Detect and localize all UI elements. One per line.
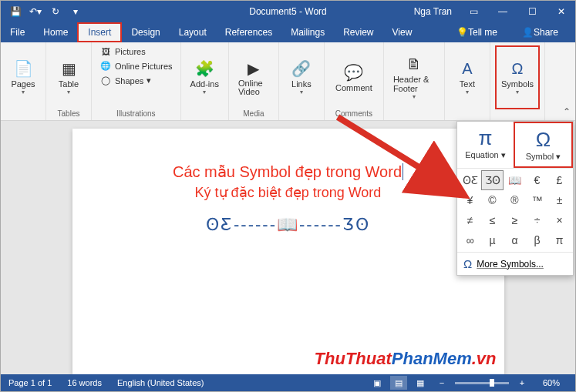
doc-decoration: ʘƸ------📖------Ʒʘ — [113, 215, 464, 235]
symbol-cell[interactable]: £ — [548, 170, 571, 190]
tab-file[interactable]: File — [1, 22, 34, 42]
account-user[interactable]: Nga Tran — [408, 6, 458, 17]
read-mode-icon[interactable]: ▣ — [369, 376, 386, 390]
text-button[interactable]: A Text ▾ — [450, 45, 485, 109]
share-button[interactable]: 👤 Share — [513, 27, 568, 38]
document-page[interactable]: Các mẫu Symbol đẹp trong Word Ký tự đặc … — [72, 129, 504, 375]
close-icon[interactable]: ✕ — [547, 1, 575, 22]
zoom-out-icon[interactable]: − — [433, 376, 450, 390]
addins-button[interactable]: 🧩 Add-ins ▾ — [186, 45, 224, 109]
symbol-cell[interactable]: ™ — [526, 190, 548, 210]
pages-icon: 📄 — [14, 59, 33, 78]
addins-label: Add-ins — [190, 79, 219, 89]
collapse-ribbon-icon[interactable]: ⌃ — [563, 106, 571, 117]
tab-references[interactable]: References — [216, 22, 281, 42]
title-bar: 💾 ↶▾ ↻ ▾ Document5 - Word Nga Tran ▭ — ☐… — [1, 1, 575, 22]
zoom-level[interactable]: 60% — [535, 378, 568, 387]
tab-tellme[interactable]: 💡 Tell me — [447, 27, 507, 38]
omega-icon: Ω — [517, 128, 570, 152]
save-icon[interactable]: 💾 — [7, 3, 24, 20]
symbol-cell[interactable]: ± — [548, 190, 571, 210]
status-bar: Page 1 of 1 16 words English (United Sta… — [1, 374, 575, 391]
table-button[interactable]: ▦ Table ▾ — [51, 45, 86, 109]
symbol-cell[interactable]: β — [526, 230, 548, 250]
symbol-cell[interactable]: € — [526, 170, 548, 190]
symbol-cell[interactable]: Ʒʘ — [481, 170, 504, 190]
symbol-cell[interactable]: © — [481, 190, 504, 210]
symbol-cell[interactable]: ∞ — [459, 230, 481, 250]
ribbon-tabs: File Home Insert Design Layout Reference… — [1, 22, 575, 42]
shapes-label: Shapes — [115, 76, 143, 85]
branding-watermark: ThuThuatPhanMem.vn — [315, 349, 497, 369]
tab-layout[interactable]: Layout — [170, 22, 216, 42]
tab-design[interactable]: Design — [122, 22, 169, 42]
zoom-in-icon[interactable]: + — [514, 376, 531, 390]
text-icon: A — [462, 60, 472, 78]
online-pictures-label: Online Pictures — [115, 62, 173, 71]
omega-icon: Ω — [463, 257, 472, 270]
links-label: Links — [291, 79, 312, 89]
online-picture-icon: 🌐 — [99, 61, 112, 71]
pictures-label: Pictures — [115, 47, 146, 56]
header-footer-label: Header & Footer — [393, 75, 435, 93]
more-symbols-button[interactable]: Ω More Symbols... — [457, 252, 573, 275]
symbol-button[interactable]: Ω Symbol ▾ — [514, 122, 573, 168]
ribbon: 📄 Pages ▾ ▦ Table ▾ Tables 🖼Pictures 🌐On… — [1, 42, 575, 121]
comment-button[interactable]: 💬 Comment — [329, 45, 379, 109]
equation-button[interactable]: π Equation ▾ — [457, 122, 514, 168]
symbol-cell[interactable]: ≤ — [481, 210, 504, 230]
undo-icon[interactable]: ↶▾ — [27, 3, 44, 20]
shapes-icon: ◯ — [99, 75, 112, 85]
web-layout-icon[interactable]: ▦ — [412, 376, 429, 390]
symbols-dropdown: π Equation ▾ Ω Symbol ▾ ʘƸ Ʒʘ 📖 € £ ¥ © … — [456, 121, 574, 276]
comment-icon: 💬 — [344, 63, 363, 82]
group-text-label — [450, 109, 485, 120]
symbol-cell[interactable]: ® — [504, 190, 526, 210]
video-icon: ▶ — [248, 59, 259, 78]
qat-customize-icon[interactable]: ▾ — [67, 3, 84, 20]
symbol-cell[interactable]: 📖 — [504, 170, 526, 190]
maximize-icon[interactable]: ☐ — [518, 1, 546, 22]
chevron-down-icon: ▾ — [67, 89, 70, 95]
symbols-button[interactable]: Ω Symbols ▾ — [495, 45, 540, 109]
link-icon: 🔗 — [291, 59, 311, 78]
tab-review[interactable]: Review — [334, 22, 382, 42]
header-footer-button[interactable]: 🗎 Header & Footer ▾ — [389, 45, 440, 109]
symbol-cell[interactable]: π — [548, 230, 571, 250]
symbol-cell[interactable]: ʘƸ — [459, 170, 481, 190]
omega-icon: Ω — [512, 60, 524, 78]
shapes-button[interactable]: ◯Shapes ▾ — [96, 74, 176, 87]
links-button[interactable]: 🔗 Links ▾ — [284, 45, 319, 109]
doc-line2: Ký tự đặc biệt đẹp trong Word — [113, 184, 464, 201]
symbol-cell[interactable]: ≠ — [459, 210, 481, 230]
group-addins-label — [186, 109, 224, 120]
pictures-button[interactable]: 🖼Pictures — [96, 45, 176, 58]
symbol-cell[interactable]: ≥ — [504, 210, 526, 230]
symbol-cell[interactable]: ÷ — [526, 210, 548, 230]
zoom-slider[interactable] — [455, 382, 509, 384]
symbol-cell[interactable]: µ — [481, 230, 504, 250]
word-count[interactable]: 16 words — [59, 378, 109, 387]
minimize-icon[interactable]: — — [489, 1, 517, 22]
symbols-label: Symbols — [501, 79, 534, 89]
tab-home[interactable]: Home — [34, 22, 77, 42]
language-status[interactable]: English (United States) — [109, 378, 212, 387]
redo-icon[interactable]: ↻ — [47, 3, 64, 20]
symbol-label: Symbol — [526, 152, 554, 161]
symbol-cell[interactable]: × — [548, 210, 571, 230]
print-layout-icon[interactable]: ▤ — [390, 376, 407, 390]
table-label: Table — [59, 79, 79, 89]
pi-icon: π — [459, 126, 512, 150]
ribbon-display-icon[interactable]: ▭ — [460, 1, 487, 22]
tellme-label: Tell me — [468, 27, 497, 38]
online-video-button[interactable]: ▶ Online Video — [234, 45, 274, 109]
tab-insert[interactable]: Insert — [77, 22, 122, 42]
online-pictures-button[interactable]: 🌐Online Pictures — [96, 59, 176, 72]
symbol-cell[interactable]: α — [504, 230, 526, 250]
pages-button[interactable]: 📄 Pages ▾ — [5, 45, 41, 109]
online-video-label: Online Video — [238, 79, 269, 96]
symbol-cell[interactable]: ¥ — [459, 190, 481, 210]
tab-mailings[interactable]: Mailings — [281, 22, 334, 42]
tab-view[interactable]: View — [383, 22, 422, 42]
page-status[interactable]: Page 1 of 1 — [1, 378, 59, 387]
